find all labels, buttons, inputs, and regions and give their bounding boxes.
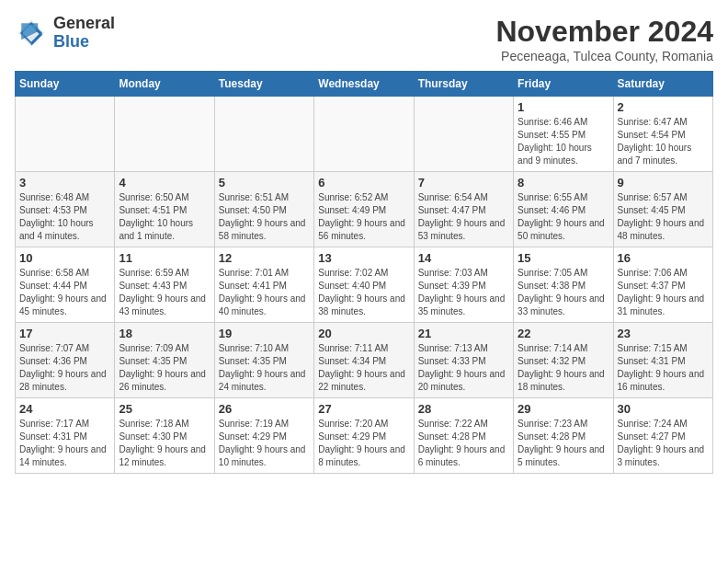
- calendar-cell: 1Sunrise: 6:46 AM Sunset: 4:55 PM Daylig…: [514, 97, 613, 172]
- day-info: Sunrise: 7:15 AM Sunset: 4:31 PM Dayligh…: [618, 342, 709, 394]
- calendar-row-3: 10Sunrise: 6:58 AM Sunset: 4:44 PM Dayli…: [16, 247, 713, 323]
- day-number: 13: [318, 251, 409, 265]
- calendar-cell: 11Sunrise: 6:59 AM Sunset: 4:43 PM Dayli…: [115, 247, 214, 323]
- calendar-cell: 28Sunrise: 7:22 AM Sunset: 4:28 PM Dayli…: [414, 398, 513, 474]
- calendar-cell: 9Sunrise: 6:57 AM Sunset: 4:45 PM Daylig…: [613, 172, 712, 247]
- calendar-cell: 16Sunrise: 7:06 AM Sunset: 4:37 PM Dayli…: [613, 247, 712, 323]
- calendar-cell: 15Sunrise: 7:05 AM Sunset: 4:38 PM Dayli…: [514, 247, 613, 323]
- day-info: Sunrise: 6:47 AM Sunset: 4:54 PM Dayligh…: [618, 116, 709, 167]
- logo: General Blue: [15, 15, 115, 52]
- day-info: Sunrise: 6:58 AM Sunset: 4:44 PM Dayligh…: [19, 267, 110, 318]
- day-info: Sunrise: 6:57 AM Sunset: 4:45 PM Dayligh…: [618, 191, 709, 243]
- calendar-cell: 7Sunrise: 6:54 AM Sunset: 4:47 PM Daylig…: [414, 172, 513, 247]
- day-info: Sunrise: 6:59 AM Sunset: 4:43 PM Dayligh…: [119, 267, 210, 318]
- calendar-cell: [115, 97, 214, 172]
- calendar-cell: [16, 97, 115, 172]
- day-number: 16: [618, 251, 709, 265]
- title-area: November 2024 Peceneaga, Tulcea County, …: [495, 15, 713, 63]
- day-number: 17: [19, 327, 110, 340]
- col-header-sunday: Sunday: [16, 72, 115, 97]
- calendar-row-1: 1Sunrise: 6:46 AM Sunset: 4:55 PM Daylig…: [16, 97, 713, 172]
- logo-icon: [15, 17, 48, 50]
- calendar-cell: [214, 97, 313, 172]
- day-info: Sunrise: 7:06 AM Sunset: 4:37 PM Dayligh…: [618, 267, 709, 318]
- calendar-cell: 4Sunrise: 6:50 AM Sunset: 4:51 PM Daylig…: [115, 172, 214, 247]
- day-number: 7: [418, 176, 509, 190]
- day-number: 4: [119, 176, 210, 190]
- day-info: Sunrise: 6:51 AM Sunset: 4:50 PM Dayligh…: [219, 191, 310, 243]
- header: General Blue November 2024 Peceneaga, Tu…: [15, 15, 713, 63]
- calendar-cell: 3Sunrise: 6:48 AM Sunset: 4:53 PM Daylig…: [16, 172, 115, 247]
- calendar-cell: 27Sunrise: 7:20 AM Sunset: 4:29 PM Dayli…: [314, 398, 414, 474]
- col-header-saturday: Saturday: [613, 72, 712, 97]
- day-info: Sunrise: 7:22 AM Sunset: 4:28 PM Dayligh…: [418, 418, 509, 469]
- day-info: Sunrise: 6:50 AM Sunset: 4:51 PM Dayligh…: [119, 191, 210, 243]
- day-number: 6: [318, 176, 409, 190]
- calendar-cell: 20Sunrise: 7:11 AM Sunset: 4:34 PM Dayli…: [314, 323, 414, 398]
- calendar-table: SundayMondayTuesdayWednesdayThursdayFrid…: [15, 71, 713, 474]
- day-number: 2: [618, 100, 709, 114]
- day-number: 21: [418, 327, 509, 340]
- day-number: 23: [618, 327, 709, 340]
- day-number: 29: [518, 402, 609, 416]
- calendar-cell: 19Sunrise: 7:10 AM Sunset: 4:35 PM Dayli…: [214, 323, 313, 398]
- day-number: 26: [219, 402, 310, 416]
- calendar-cell: 23Sunrise: 7:15 AM Sunset: 4:31 PM Dayli…: [613, 323, 712, 398]
- day-number: 9: [618, 176, 709, 190]
- day-number: 12: [219, 251, 310, 265]
- calendar-cell: 13Sunrise: 7:02 AM Sunset: 4:40 PM Dayli…: [314, 247, 414, 323]
- day-info: Sunrise: 7:10 AM Sunset: 4:35 PM Dayligh…: [219, 342, 310, 394]
- day-info: Sunrise: 7:11 AM Sunset: 4:34 PM Dayligh…: [318, 342, 409, 394]
- location: Peceneaga, Tulcea County, Romania: [495, 49, 713, 63]
- calendar-cell: 12Sunrise: 7:01 AM Sunset: 4:41 PM Dayli…: [214, 247, 313, 323]
- calendar-row-5: 24Sunrise: 7:17 AM Sunset: 4:31 PM Dayli…: [16, 398, 713, 474]
- day-number: 10: [19, 251, 110, 265]
- col-header-friday: Friday: [514, 72, 613, 97]
- day-info: Sunrise: 7:23 AM Sunset: 4:28 PM Dayligh…: [518, 418, 609, 469]
- day-info: Sunrise: 7:13 AM Sunset: 4:33 PM Dayligh…: [418, 342, 509, 394]
- day-info: Sunrise: 7:14 AM Sunset: 4:32 PM Dayligh…: [518, 342, 609, 394]
- calendar-cell: 24Sunrise: 7:17 AM Sunset: 4:31 PM Dayli…: [16, 398, 115, 474]
- day-info: Sunrise: 6:52 AM Sunset: 4:49 PM Dayligh…: [318, 191, 409, 243]
- calendar-cell: 5Sunrise: 6:51 AM Sunset: 4:50 PM Daylig…: [214, 172, 313, 247]
- logo-blue: Blue: [53, 32, 89, 51]
- calendar-cell: 6Sunrise: 6:52 AM Sunset: 4:49 PM Daylig…: [314, 172, 414, 247]
- day-info: Sunrise: 7:02 AM Sunset: 4:40 PM Dayligh…: [318, 267, 409, 318]
- calendar-cell: 30Sunrise: 7:24 AM Sunset: 4:27 PM Dayli…: [613, 398, 712, 474]
- col-header-wednesday: Wednesday: [314, 72, 414, 97]
- calendar-cell: 10Sunrise: 6:58 AM Sunset: 4:44 PM Dayli…: [16, 247, 115, 323]
- month-title: November 2024: [495, 15, 713, 49]
- calendar-cell: 17Sunrise: 7:07 AM Sunset: 4:36 PM Dayli…: [16, 323, 115, 398]
- day-info: Sunrise: 7:03 AM Sunset: 4:39 PM Dayligh…: [418, 267, 509, 318]
- day-number: 15: [518, 251, 609, 265]
- day-number: 28: [418, 402, 509, 416]
- day-info: Sunrise: 7:09 AM Sunset: 4:35 PM Dayligh…: [119, 342, 210, 394]
- calendar-row-4: 17Sunrise: 7:07 AM Sunset: 4:36 PM Dayli…: [16, 323, 713, 398]
- calendar-row-2: 3Sunrise: 6:48 AM Sunset: 4:53 PM Daylig…: [16, 172, 713, 247]
- day-number: 1: [518, 100, 609, 114]
- day-info: Sunrise: 6:55 AM Sunset: 4:46 PM Dayligh…: [518, 191, 609, 243]
- day-info: Sunrise: 7:18 AM Sunset: 4:30 PM Dayligh…: [119, 418, 210, 469]
- calendar-cell: 2Sunrise: 6:47 AM Sunset: 4:54 PM Daylig…: [613, 97, 712, 172]
- day-info: Sunrise: 6:46 AM Sunset: 4:55 PM Dayligh…: [518, 116, 609, 167]
- day-number: 5: [219, 176, 310, 190]
- calendar-cell: 18Sunrise: 7:09 AM Sunset: 4:35 PM Dayli…: [115, 323, 214, 398]
- day-number: 27: [318, 402, 409, 416]
- header-row: SundayMondayTuesdayWednesdayThursdayFrid…: [16, 72, 713, 97]
- day-number: 20: [318, 327, 409, 340]
- day-info: Sunrise: 6:54 AM Sunset: 4:47 PM Dayligh…: [418, 191, 509, 243]
- day-info: Sunrise: 7:07 AM Sunset: 4:36 PM Dayligh…: [19, 342, 110, 394]
- day-info: Sunrise: 7:17 AM Sunset: 4:31 PM Dayligh…: [19, 418, 110, 469]
- day-number: 25: [119, 402, 210, 416]
- col-header-monday: Monday: [115, 72, 214, 97]
- day-number: 11: [119, 251, 210, 265]
- day-number: 19: [219, 327, 310, 340]
- day-info: Sunrise: 6:48 AM Sunset: 4:53 PM Dayligh…: [19, 191, 110, 243]
- day-number: 18: [119, 327, 210, 340]
- col-header-tuesday: Tuesday: [214, 72, 313, 97]
- day-number: 14: [418, 251, 509, 265]
- calendar-cell: 21Sunrise: 7:13 AM Sunset: 4:33 PM Dayli…: [414, 323, 513, 398]
- day-info: Sunrise: 7:19 AM Sunset: 4:29 PM Dayligh…: [219, 418, 310, 469]
- day-number: 24: [19, 402, 110, 416]
- day-number: 3: [19, 176, 110, 190]
